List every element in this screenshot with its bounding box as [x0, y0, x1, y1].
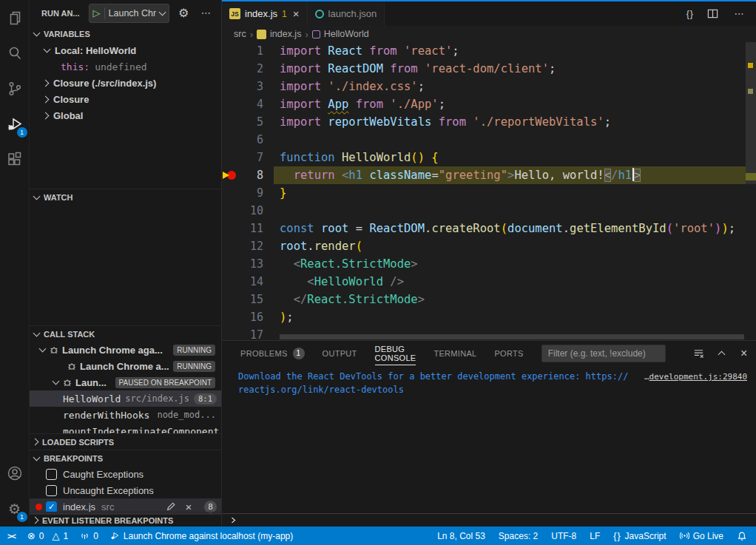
gutter-breakpoint-slot[interactable]: [222, 273, 238, 291]
debug-session-status[interactable]: Launch Chrome against localhost (my-app): [110, 531, 293, 541]
code-line-10[interactable]: 10: [222, 202, 756, 220]
vertical-scrollbar[interactable]: [746, 42, 756, 340]
launch-config-dropdown[interactable]: ▷ Launch Chr: [89, 4, 170, 23]
call-stack-session[interactable]: Launch Chrome aga... RUNNING: [30, 342, 221, 358]
extensions-icon[interactable]: [0, 142, 30, 177]
stack-frame-selected[interactable]: HelloWorld src/index.js 8:1: [30, 390, 221, 407]
scope-closure[interactable]: Closure: [30, 91, 221, 107]
gutter-breakpoint-slot[interactable]: [222, 149, 238, 166]
checkbox-unchecked[interactable]: [46, 485, 57, 496]
settings-gear-icon[interactable]: ⚙ 1: [0, 491, 30, 527]
tab-terminal[interactable]: TERMINAL: [433, 341, 476, 365]
breakpoint-caught-exceptions[interactable]: Caught Exceptions: [30, 466, 221, 482]
loaded-scripts-header[interactable]: LOADED SCRIPTS: [30, 433, 221, 450]
gutter-breakpoint-slot[interactable]: [222, 326, 238, 340]
gutter-breakpoint-slot[interactable]: [222, 237, 238, 255]
tab-problems[interactable]: PROBLEMS 1: [240, 341, 305, 365]
eol-status[interactable]: LF: [590, 531, 600, 541]
gutter-breakpoint-slot[interactable]: [222, 131, 238, 149]
gutter-breakpoint-slot[interactable]: [222, 291, 238, 308]
tab-debug-console[interactable]: DEBUG CONSOLE: [375, 341, 416, 365]
stack-frame-clipped[interactable]: mountIndeterminateComponent: [30, 423, 221, 433]
gutter-breakpoint-slot[interactable]: [222, 60, 238, 78]
breadcrumb[interactable]: src › index.js › HelloWorld: [222, 26, 756, 42]
accounts-icon[interactable]: [0, 456, 30, 491]
code-line-5[interactable]: 5import reportWebVitals from './reportWe…: [222, 113, 756, 131]
close-icon[interactable]: ×: [293, 8, 300, 19]
checkbox-unchecked[interactable]: [46, 469, 57, 480]
cursor-position-status[interactable]: Ln 8, Col 53: [437, 531, 485, 541]
debug-console-input[interactable]: [222, 513, 756, 527]
js-file-icon: JS: [229, 8, 240, 19]
scope-global[interactable]: Global: [30, 107, 221, 123]
code-line-8[interactable]: 8 return <h1 className="greeting">Hello,…: [222, 166, 756, 184]
code-line-1[interactable]: 1import React from 'react';: [222, 42, 756, 60]
search-icon[interactable]: [0, 35, 30, 71]
code-line-7[interactable]: 7function HelloWorld() {: [222, 149, 756, 166]
code-line-16[interactable]: 16);: [222, 308, 756, 326]
code-line-15[interactable]: 15 </React.StrictMode>: [222, 291, 756, 308]
run-and-debug-icon[interactable]: 1: [0, 106, 30, 142]
gutter-breakpoint-slot[interactable]: [222, 308, 238, 326]
code-area[interactable]: 1import React from 'react';2import React…: [222, 42, 756, 340]
encoding-status[interactable]: UTF-8: [551, 531, 576, 541]
tab-output[interactable]: OUTPUT: [323, 341, 357, 365]
maximize-panel-chevron-icon[interactable]: [718, 351, 725, 358]
notifications-bell-icon[interactable]: [737, 531, 747, 541]
start-debug-icon[interactable]: ▷: [93, 8, 101, 18]
stack-frame[interactable]: renderWithHooks node_mod...: [30, 407, 221, 423]
code-line-6[interactable]: 6: [222, 131, 756, 149]
clear-console-icon[interactable]: [691, 345, 707, 362]
more-actions-icon[interactable]: ⋯: [198, 5, 214, 21]
call-stack-header[interactable]: CALL STACK: [30, 325, 221, 342]
gutter-breakpoint-slot[interactable]: [222, 95, 238, 113]
gutter-breakpoint-slot[interactable]: [222, 220, 238, 237]
variable-this[interactable]: this: undefined: [30, 58, 221, 75]
code-line-13[interactable]: 13 <React.StrictMode>: [222, 255, 756, 273]
console-source-link[interactable]: …development.js:29840: [644, 372, 747, 382]
language-mode-status[interactable]: {} JavaScript: [613, 531, 666, 541]
paused-breakpoint-icon[interactable]: [222, 166, 238, 184]
gutter-breakpoint-slot[interactable]: [222, 255, 238, 273]
code-line-4[interactable]: 4import App from './App';: [222, 95, 756, 113]
code-line-3[interactable]: 3import './index.css';: [222, 78, 756, 95]
tab-index-js[interactable]: JS index.js 1 ×: [222, 1, 308, 26]
gutter-breakpoint-slot[interactable]: [222, 113, 238, 131]
scope-closure-src[interactable]: Closure (./src/index.js): [30, 75, 221, 91]
debug-settings-gear-icon[interactable]: ⚙: [175, 5, 192, 21]
gutter-breakpoint-slot[interactable]: [222, 184, 238, 202]
code-line-12[interactable]: 12root.render(: [222, 237, 756, 255]
indentation-status[interactable]: Spaces: 2: [499, 531, 538, 541]
more-actions-icon[interactable]: ⋯: [731, 6, 747, 22]
event-listener-breakpoints-header[interactable]: EVENT LISTENER BREAKPOINTS: [30, 512, 221, 528]
go-live-status[interactable]: Go Live: [680, 531, 723, 541]
scope-local[interactable]: Local: HelloWorld: [30, 42, 221, 58]
breakpoints-header[interactable]: BREAKPOINTS: [30, 450, 221, 466]
code-line-2[interactable]: 2import ReactDOM from 'react-dom/client'…: [222, 60, 756, 78]
gutter-breakpoint-slot[interactable]: [222, 202, 238, 220]
explorer-icon[interactable]: [0, 0, 30, 35]
forwarded-ports-status[interactable]: 0: [80, 531, 98, 541]
console-filter-input[interactable]: [541, 345, 666, 362]
tab-launch-json[interactable]: launch.json: [308, 1, 385, 26]
close-panel-icon[interactable]: ×: [736, 345, 752, 362]
code-line-11[interactable]: 11const root = ReactDOM.createRoot(docum…: [222, 220, 756, 237]
remote-indicator-icon[interactable]: ><: [7, 532, 16, 541]
gutter-breakpoint-slot[interactable]: [222, 78, 238, 95]
breakpoint-uncaught-exceptions[interactable]: Uncaught Exceptions: [30, 482, 221, 498]
split-editor-icon[interactable]: [704, 6, 720, 22]
call-stack-session[interactable]: Laun... PAUSED ON BREAKPOINT: [30, 374, 221, 390]
call-stack-session[interactable]: Launch Chrome a... RUNNING: [30, 358, 221, 374]
tab-ports[interactable]: PORTS: [494, 341, 523, 365]
watch-header[interactable]: WATCH: [30, 189, 221, 205]
code-line-14[interactable]: 14 <HelloWorld />: [222, 273, 756, 291]
code-line-9[interactable]: 9}: [222, 184, 756, 202]
variables-header[interactable]: VARIABLES: [30, 26, 221, 42]
curly-braces-icon[interactable]: {}: [686, 9, 694, 19]
problems-status[interactable]: ⊗ 0 △ 1: [27, 530, 68, 541]
source-control-icon[interactable]: [0, 71, 30, 106]
horizontal-scrollbar[interactable]: [280, 334, 744, 339]
checkbox-checked[interactable]: ✓: [46, 501, 57, 512]
chevron-right-icon: [32, 439, 39, 446]
gutter-breakpoint-slot[interactable]: [222, 42, 238, 60]
